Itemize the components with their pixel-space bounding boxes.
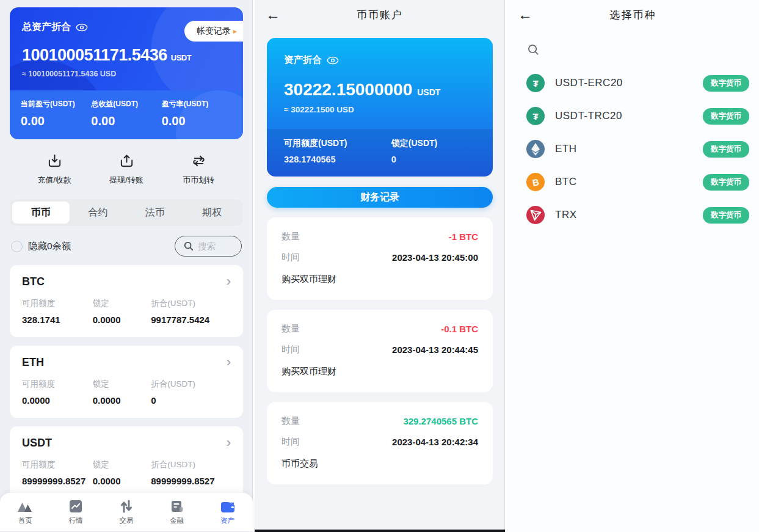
tab-options[interactable]: 期权 bbox=[184, 202, 241, 224]
coin-search-button[interactable] bbox=[528, 44, 759, 58]
select-coin-screen: ← 选择币种 ₮ USDT-ERC20 数字货币 ₮ USDT-TRC20 数字… bbox=[507, 0, 759, 532]
locked-amount: 0.0000 bbox=[93, 395, 151, 406]
converted-amount: 89999999.8527 bbox=[151, 476, 231, 486]
financial-records-button[interactable]: 财务记录 bbox=[267, 187, 493, 208]
app-screenshot: 总资产折合 帐变记录 ▸ 100100051171.5436USDT ≈ 100… bbox=[0, 0, 759, 532]
assets-overview-screen: 总资产折合 帐变记录 ▸ 100100051171.5436USDT ≈ 100… bbox=[0, 0, 255, 532]
digital-currency-badge: 数字货币 bbox=[703, 141, 749, 158]
tab-contract[interactable]: 合约 bbox=[70, 202, 127, 224]
quick-actions-row: 充值/收款 提现/转账 币币划转 bbox=[10, 139, 243, 189]
account-type-tabs: 币币 合约 法币 期权 bbox=[10, 199, 243, 226]
tab-spot[interactable]: 币币 bbox=[12, 202, 70, 224]
home-indicator-bar bbox=[255, 530, 505, 532]
total-assets-card: 总资产折合 帐变记录 ▸ 100100051171.5436USDT ≈ 100… bbox=[10, 7, 243, 139]
account-balance-approx-usd: ≈ 30222.1500 USD bbox=[284, 105, 476, 114]
pnl-stats-bar: 当前盈亏(USDT) 0.00 总收益(USDT) 0.00 盈亏率(USDT)… bbox=[10, 90, 243, 139]
deposit-button[interactable]: 充值/收款 bbox=[18, 153, 90, 186]
total-assets-title: 总资产折合 bbox=[22, 21, 71, 34]
record-description: 购买双币理财 bbox=[281, 366, 478, 377]
withdraw-icon bbox=[118, 153, 135, 169]
chevron-right-icon: › bbox=[227, 275, 231, 288]
available-amount: 0.0000 bbox=[22, 395, 93, 406]
account-balance-card: 资产折合 30222.15000000USDT ≈ 30222.1500 USD… bbox=[267, 38, 493, 177]
digital-currency-badge: 数字货币 bbox=[703, 174, 749, 191]
locked-amount: 0.0000 bbox=[93, 315, 151, 325]
nav-finance[interactable]: 金融 bbox=[151, 500, 202, 525]
account-balance-breakdown: 可用额度(USDT) 328.1740565 锁定(USDT) 0 bbox=[267, 129, 493, 177]
transaction-record: 数量 -0.1 BTC 时间 2023-04-13 20:44:45 购买双币理… bbox=[267, 310, 493, 392]
chevron-right-icon: › bbox=[227, 436, 231, 450]
chevron-right-icon: › bbox=[227, 355, 231, 369]
coin-row-btc[interactable]: BTC › 可用额度328.1741 锁定0.0000 折合(USDT)9917… bbox=[10, 265, 243, 337]
balance-card-title: 资产折合 bbox=[284, 54, 322, 67]
coin-row-eth[interactable]: ETH › 可用额度0.0000 锁定0.0000 折合(USDT)0 bbox=[10, 346, 243, 418]
coin-symbol: BTC bbox=[22, 275, 45, 288]
record-quantity: 329.2740565 BTC bbox=[403, 416, 478, 426]
digital-currency-badge: 数字货币 bbox=[703, 108, 749, 125]
bottom-navigation: 首页 行情 交易 bbox=[0, 493, 253, 532]
stat-current-pnl: 当前盈亏(USDT) 0.00 bbox=[21, 99, 91, 128]
record-description: 购买双币理财 bbox=[281, 274, 478, 285]
back-arrow-icon[interactable]: ← bbox=[518, 7, 532, 22]
account-header: ← 币币账户 bbox=[255, 0, 505, 29]
finance-icon bbox=[170, 500, 184, 513]
back-arrow-icon[interactable]: ← bbox=[266, 7, 280, 22]
stat-pnl-rate: 盈亏率(USDT) 0.00 bbox=[162, 99, 232, 128]
usdt-icon: ₮ bbox=[526, 74, 545, 92]
record-quantity: -0.1 BTC bbox=[441, 324, 478, 334]
record-time: 2023-04-13 20:45:00 bbox=[392, 252, 478, 263]
hide-zero-balance-toggle[interactable]: 隐藏0余额 bbox=[11, 240, 71, 253]
transfer-icon bbox=[191, 153, 207, 169]
transaction-record: 数量 329.2740565 BTC 时间 2023-04-13 20:42:3… bbox=[267, 402, 493, 484]
select-coin-eth[interactable]: ETH 数字货币 bbox=[507, 133, 759, 166]
nav-markets[interactable]: 行情 bbox=[51, 500, 101, 525]
chevron-right-icon: ▸ bbox=[233, 27, 237, 35]
account-change-record-button[interactable]: 帐变记录 ▸ bbox=[184, 21, 243, 42]
nav-home[interactable]: 首页 bbox=[0, 500, 51, 525]
eye-icon[interactable] bbox=[327, 56, 339, 65]
search-placeholder: 搜索 bbox=[198, 241, 216, 252]
record-quantity: -1 BTC bbox=[449, 231, 478, 242]
home-icon bbox=[17, 500, 33, 513]
trx-icon bbox=[526, 206, 545, 224]
nav-trade[interactable]: 交易 bbox=[101, 500, 152, 525]
select-coin-trx[interactable]: TRX 数字货币 bbox=[507, 199, 759, 231]
eye-icon[interactable] bbox=[76, 23, 88, 32]
record-description: 币币交易 bbox=[281, 458, 478, 470]
deposit-icon bbox=[46, 153, 63, 169]
transaction-record: 数量 -1 BTC 时间 2023-04-13 20:45:00 购买双币理财 bbox=[267, 217, 493, 300]
record-time: 2023-04-13 20:42:34 bbox=[392, 437, 478, 447]
available-amount: 89999999.8527 bbox=[22, 476, 93, 486]
wallet-icon bbox=[220, 500, 236, 513]
spot-account-screen: ← 币币账户 资产折合 30222.15000000USDT ≈ 30222.1… bbox=[255, 0, 507, 532]
nav-assets[interactable]: 资产 bbox=[202, 500, 253, 525]
eth-icon bbox=[526, 140, 545, 158]
radio-circle-icon bbox=[11, 241, 23, 252]
coin-transfer-button[interactable]: 币币划转 bbox=[162, 153, 234, 186]
page-title: 币币账户 bbox=[357, 8, 403, 22]
select-coin-usdt-erc20[interactable]: ₮ USDT-ERC20 数字货币 bbox=[507, 67, 759, 100]
locked-amount: 0 bbox=[391, 155, 437, 164]
tab-fiat[interactable]: 法币 bbox=[126, 202, 184, 224]
converted-amount: 0 bbox=[151, 395, 231, 406]
account-balance-amount: 30222.15000000USDT bbox=[284, 80, 476, 100]
stat-total-profit: 总收益(USDT) 0.00 bbox=[91, 99, 161, 128]
currency-unit: USDT bbox=[417, 87, 440, 97]
page-title: 选择币种 bbox=[610, 8, 656, 22]
available-amount: 328.1740565 bbox=[284, 155, 391, 164]
withdraw-button[interactable]: 提现/转账 bbox=[90, 153, 162, 186]
total-assets-amount: 100100051171.5436USDT bbox=[22, 46, 231, 65]
usdt-icon: ₮ bbox=[526, 107, 545, 125]
digital-currency-badge: 数字货币 bbox=[703, 207, 749, 224]
trade-icon bbox=[119, 500, 134, 513]
converted-amount: 9917787.5424 bbox=[151, 315, 231, 325]
coin-row-usdt[interactable]: USDT › 可用额度89999999.8527 锁定0.0000 折合(USD… bbox=[10, 426, 243, 498]
search-input[interactable]: 搜索 bbox=[175, 236, 242, 257]
search-icon bbox=[184, 241, 194, 251]
coin-symbol: ETH bbox=[22, 356, 44, 369]
markets-icon bbox=[68, 500, 83, 513]
search-icon bbox=[528, 44, 539, 56]
currency-unit: USDT bbox=[171, 53, 191, 62]
select-coin-btc[interactable]: B BTC 数字货币 bbox=[507, 166, 759, 199]
select-coin-usdt-trc20[interactable]: ₮ USDT-TRC20 数字货币 bbox=[507, 100, 759, 133]
